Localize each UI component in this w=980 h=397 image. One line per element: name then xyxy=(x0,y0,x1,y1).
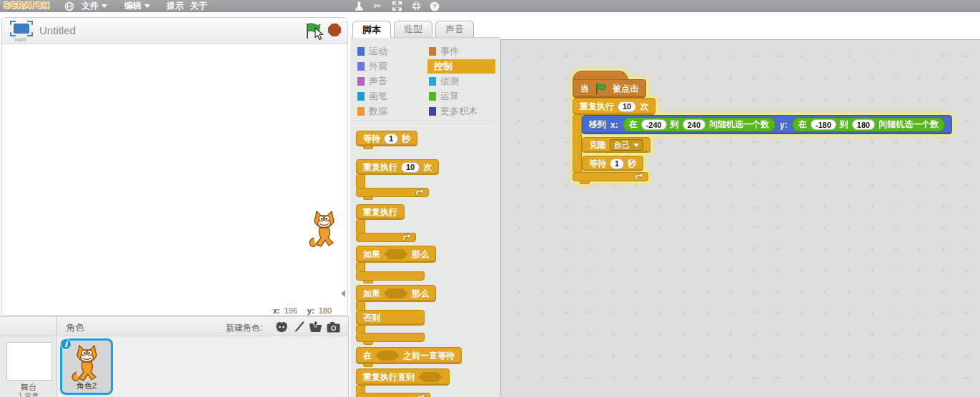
stage-header: v460 Untitled xyxy=(2,18,347,44)
chevron-down-icon xyxy=(633,144,639,147)
mouse-y-value: 180 xyxy=(319,306,332,315)
category-looks[interactable]: 外观 xyxy=(357,59,387,74)
collapse-stage-arrow-icon[interactable] xyxy=(341,290,345,297)
camera-icon[interactable] xyxy=(325,319,341,334)
tab-costumes[interactable]: 造型 xyxy=(394,21,432,37)
paint-brush-icon[interactable] xyxy=(291,319,307,334)
palette-separator xyxy=(352,121,492,121)
menu-about[interactable]: 关于 xyxy=(190,0,207,12)
scratch-logo[interactable]: SCRATCH xyxy=(4,1,50,11)
palette-block-wait[interactable]: 等待 1 秒 xyxy=(356,131,417,146)
upload-icon[interactable] xyxy=(307,319,323,334)
svg-text:?: ? xyxy=(432,2,437,10)
boolean-slot[interactable] xyxy=(384,288,408,298)
stamp-icon[interactable] xyxy=(353,1,365,11)
category-events[interactable]: 事件 xyxy=(429,44,459,59)
boolean-slot[interactable] xyxy=(384,249,408,259)
category-control-selected[interactable]: 控制 xyxy=(427,59,495,74)
random-from-input[interactable]: -180 xyxy=(811,119,836,130)
block-goto-xy[interactable]: 移到 x: 在 -240 到 240 间随机选一个数 y: 在 -180 到 1… xyxy=(582,115,952,134)
sensing-color-swatch xyxy=(429,77,436,86)
events-color-swatch xyxy=(429,47,436,56)
stage-thumbnail[interactable] xyxy=(6,342,52,381)
palette-block-forever[interactable]: 重复执行 xyxy=(356,204,405,220)
category-sound[interactable]: 声音 xyxy=(357,74,387,89)
version-label: v460 xyxy=(9,36,32,43)
motion-color-swatch xyxy=(357,47,365,56)
block-pick-random-y[interactable]: 在 -180 到 180 间随机选一个数 xyxy=(792,117,945,132)
globe-icon[interactable] xyxy=(64,1,75,11)
menu-file[interactable]: 文件 xyxy=(81,0,107,12)
sprites-title: 角色 xyxy=(66,321,84,334)
menu-tips[interactable]: 提示 xyxy=(167,0,184,12)
loop-arrow-icon xyxy=(417,393,426,397)
new-sprite-label: 新建角色: xyxy=(226,322,262,334)
category-motion[interactable]: 运动 xyxy=(357,44,387,59)
repeat-times-input[interactable]: 10 xyxy=(401,162,420,173)
stage-canvas[interactable] xyxy=(2,45,347,305)
menu-edit[interactable]: 编辑 xyxy=(124,0,150,12)
random-to-input[interactable]: 180 xyxy=(852,119,875,130)
mouse-coordinates: x: 196 y: 180 xyxy=(2,306,347,316)
operators-color-swatch xyxy=(429,92,436,101)
tab-scripts[interactable]: 脚本 xyxy=(352,21,391,38)
new-sprite-library-icon[interactable] xyxy=(274,319,289,334)
category-pen[interactable]: 画笔 xyxy=(357,89,387,104)
presentation-mode-icon[interactable] xyxy=(10,21,33,36)
block-pick-random-x[interactable]: 在 -240 到 240 间随机选一个数 xyxy=(623,117,776,132)
block-create-clone[interactable]: 克隆 自己 xyxy=(582,137,650,153)
pen-color-swatch xyxy=(357,92,365,101)
shrink-icon[interactable] xyxy=(410,1,422,11)
sound-color-swatch xyxy=(357,77,365,86)
loop-arrow-icon xyxy=(635,173,644,181)
repeat-times-input[interactable]: 10 xyxy=(618,101,636,112)
looks-color-swatch xyxy=(357,62,365,71)
tab-sounds[interactable]: 声音 xyxy=(435,21,474,37)
stage-panel: v460 Untitled x: 196 y: 180 xyxy=(1,17,348,316)
grow-icon[interactable] xyxy=(391,1,402,11)
sprite-thumbnail-selected[interactable]: i 角色2 xyxy=(60,338,113,395)
boolean-slot[interactable] xyxy=(375,351,400,361)
sprites-header: 角色 新建角色: xyxy=(0,317,348,336)
block-wait-1-secs[interactable]: 等待 1 秒 xyxy=(582,156,643,171)
stop-button[interactable] xyxy=(328,24,341,36)
scripts-workspace[interactable]: 当 被点击 重复执行 10 次 移到 x: 在 -240 到 240 间随机选一… xyxy=(500,39,980,397)
palette-block-else-bar: 否则 xyxy=(356,310,425,326)
menubar: SCRATCH 文件 编辑 提示 关于 ✂ xyxy=(0,0,980,12)
stage-backdrop-count: 1 背景 xyxy=(0,391,57,397)
loop-arrow-icon xyxy=(415,189,425,196)
block-palette: 运动 外观 声音 画笔 数据 事件 控制 侦测 运算 更多积木 等待 1 秒 重… xyxy=(350,37,500,397)
mouse-x-value: 196 xyxy=(284,306,297,315)
green-flag-icon xyxy=(594,83,608,95)
chevron-down-icon xyxy=(102,4,107,8)
mouse-cursor-icon xyxy=(315,27,324,41)
sprites-pane: 角色 新建角色: xyxy=(0,316,349,397)
project-title[interactable]: Untitled xyxy=(39,24,76,36)
palette-block-repeat-until[interactable]: 重复执行直到 xyxy=(356,368,450,386)
data-color-swatch xyxy=(357,107,365,116)
category-sensing[interactable]: 侦测 xyxy=(429,74,459,89)
wait-secs-input[interactable]: 1 xyxy=(384,134,398,144)
palette-block-wait-until[interactable]: 在 之前一直等待 xyxy=(356,347,462,364)
sprite-thumbnail-cat xyxy=(70,343,103,383)
help-icon[interactable]: ? xyxy=(429,1,440,11)
palette-block-if[interactable]: 如果 那么 xyxy=(356,246,436,263)
chevron-down-icon xyxy=(144,4,150,8)
block-when-flag-clicked[interactable]: 当 被点击 xyxy=(573,79,646,98)
boolean-slot[interactable] xyxy=(418,372,442,382)
random-from-input[interactable]: -240 xyxy=(641,119,667,130)
scissors-icon[interactable]: ✂ xyxy=(372,1,383,11)
loop-arrow-icon xyxy=(402,233,412,241)
palette-block-repeat[interactable]: 重复执行 10 次 xyxy=(356,159,439,175)
clone-target-dropdown[interactable]: 自己 xyxy=(610,139,643,151)
category-operators[interactable]: 运算 xyxy=(429,89,459,104)
random-to-input[interactable]: 240 xyxy=(683,119,706,130)
scratch-editor: SCRATCH 文件 编辑 提示 关于 ✂ xyxy=(0,0,980,397)
palette-block-if-else[interactable]: 如果 那么 xyxy=(356,285,436,302)
cat-sprite-on-stage[interactable] xyxy=(308,209,340,249)
sprite-name: 角色2 xyxy=(62,381,111,391)
category-more-blocks[interactable]: 更多积木 xyxy=(429,104,477,119)
category-data[interactable]: 数据 xyxy=(357,104,387,119)
wait-secs-input[interactable]: 1 xyxy=(610,159,624,169)
block-repeat-10[interactable]: 重复执行 10 次 xyxy=(573,98,655,115)
